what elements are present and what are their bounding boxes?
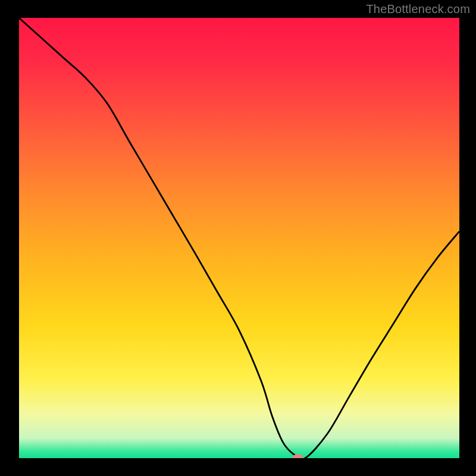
attribution-label: TheBottleneck.com: [366, 2, 470, 16]
chart-stage: TheBottleneck.com: [0, 0, 476, 476]
chart-background: [19, 18, 459, 458]
chart-canvas: [19, 18, 459, 458]
chart-svg: [19, 18, 459, 458]
